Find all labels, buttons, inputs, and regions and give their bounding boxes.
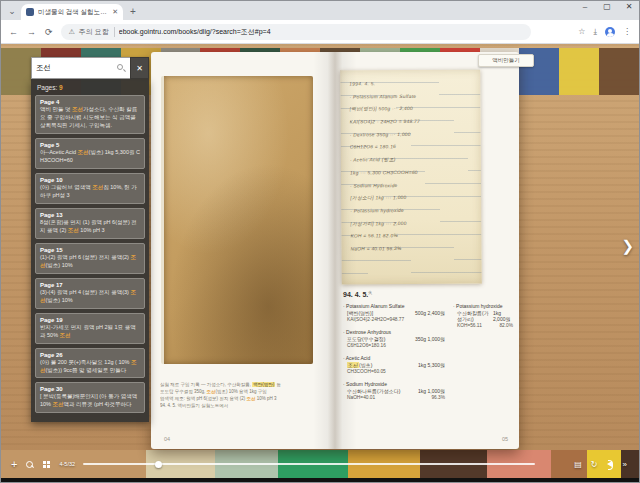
handwriting-line: KAl(SO4)2 · 24H2O = 948.77 [350,116,474,130]
result-snippet: 반지-가세포 면지 원액 pH 2월 1묘 용액과 50% 조선 [40,324,140,340]
chemical-name-en: · Potassium hydroxide [453,303,513,309]
search-result-item[interactable]: Page 4액비 만둘 덧 조선가성소다, 수산화 칼륨요 중 구입하시렵 시도… [35,95,145,134]
chemical-formula: KOH=56.1182.0% [453,323,513,328]
search-result-item[interactable]: Page 19반지-가세포 면지 원액 pH 2월 1묘 용액과 50% 조선 [35,313,145,344]
browser-tab[interactable]: 미생물의 검색 실험노트 시선 기록집 ✕ [21,4,123,20]
text-fragment: 조선 [53,401,64,407]
index-tab-label[interactable]: 액비만들기 [478,54,534,67]
result-page-label: Page 30 [40,386,140,392]
thumbnails-icon[interactable] [43,461,50,468]
entries-left-column: · Potassium Alanum Sulfate[백반(명반)]500g 2… [343,303,445,407]
page-slider[interactable] [83,463,535,465]
zoom-in-button[interactable]: + [11,458,17,470]
entry-date: 94. 4. 5.火 [343,290,513,298]
search-input[interactable] [31,57,130,79]
profile-avatar[interactable] [605,27,615,37]
security-chip[interactable]: 주의 요함 [79,27,115,37]
search-bar: ✕ [31,57,149,79]
text-fragment: 포도당 무수결정 350g, [160,389,207,394]
window-controls: – ▢ ✕ [579,2,635,11]
text-fragment: 조선 [72,106,83,112]
chemical-formula: KAl(SO4)2·24H2O=948.77 [343,317,445,322]
caption-line: 염색액 제조: 원액 pH 6(성분) 전지 용액 (2) 조선 10% pH … [160,396,312,403]
back-button[interactable]: ← [9,27,18,37]
browser-toolbar: ← → ⟳ ⚠ 주의 요함 ebook.gointru.com/books/dl… [1,20,639,44]
text-fragment: (빙초) 10% [46,297,73,303]
close-search-button[interactable]: ✕ [130,57,149,79]
handwriting-line: [가성가리] 1kg ··· 2,000 [350,217,474,231]
text-fragment: 10% pH 3 [79,227,105,233]
slider-handle[interactable] [155,461,162,468]
close-window-button[interactable]: ✕ [623,2,635,11]
chemical-formula: NaOH=40.0196.3% [343,395,445,400]
search-result-item[interactable]: Page 26(아) 물 200 못(+)족사달요 12g ( 10% 조선(빙… [35,348,145,379]
purity-value: 96.3% [431,395,445,400]
purity-value: 82.0% [499,323,513,328]
tab-strip: ⌄ 미생물의 검색 실험노트 시선 기록집 ✕ + – ▢ ✕ [1,1,639,20]
maximize-button[interactable]: ▢ [601,2,613,11]
caption-line: 포도당 무수결정 350g, 조선(빙초) 10% 용액 1kg 구입 [160,389,312,396]
menu-icon[interactable]: ⋮ [623,27,631,36]
text-fragment: (빙초)) 9cc쯤 맞 명세일로 만들다 [46,367,127,373]
search-result-item[interactable]: Page 17(3)-(4) 원액 pH 4 (성분) 전지 용액(3) 조선(… [35,278,145,309]
handwriting-lines: 1994. 4. 5.· Potassium Alanum Sulfate [백… [349,78,474,256]
forward-button[interactable]: → [27,27,36,37]
page-view-icon[interactable]: ▤ [574,460,582,469]
search-result-item[interactable]: Page 5아--Acetic Acid 조선(빙초) 1kg 5,300원 C… [35,138,145,169]
price-value: 500g 2,400원 [415,310,445,316]
url-text[interactable]: ebook.gointru.com/books/dlig/?search=조선#… [119,27,271,37]
book-spread[interactable]: 실험 재료 구입 기록 — 가성소다, 수산화칼륨, 백반(명반) 등포도당 무… [151,52,519,449]
downloads-icon[interactable]: ⤓ [593,27,597,37]
handwriting-line: C6H12O6 = 180.16 [350,141,474,155]
search-result-item[interactable]: Page 15(1)-(2) 원액 pH 6 (성분) 전지 용액(2) 조선(… [35,243,145,274]
result-snippet: (3)-(4) 원액 pH 4 (성분) 전지 용액(3) 조선(빙초) 10% [40,289,140,305]
bookmark-star-icon[interactable]: ☆ [578,27,585,36]
handwriting-line: NaOH = 40.01 96.3% [350,242,474,256]
text-fragment: 조선 [68,227,79,233]
text-fragment: 백반(명반) [252,382,275,387]
chemical-name-en: · Sodium Hydroxide [343,381,445,387]
sound-icon[interactable] [607,461,612,467]
zoom-search-icon[interactable] [26,461,33,468]
text-fragment: (빙초) 10% [46,262,73,268]
price-value: 1kg 1,000원 [418,388,445,394]
viewer-toolbar: + 4-5/32 ▤ ↻ » [1,452,639,476]
bottom-edge [1,478,639,483]
rotate-icon[interactable]: ↻ [591,460,598,469]
handwritten-note-image: 1994. 4. 5.· Potassium Alanum Sulfate [백… [340,70,481,285]
search-panel: ✕ Pages: 9 Page 4액비 만둘 덧 조선가성소다, 수산화 칼륨요… [31,57,149,422]
text-fragment: 염색액 제조: 원액 pH 6(성분) 전지 용액 (2) [160,396,247,401]
left-page-number: 04 [164,436,170,442]
search-result-item[interactable]: Page 30[ 분박(등록물)배문안지] (아 동가 염색액 10% 조선액과… [35,382,145,413]
price-value: 1kg 2,000원 [493,310,513,322]
search-result-item[interactable]: Page 10(아) 그람허브 염색액 조선집 10%, 헌 가하쿠 pH성 3 [35,173,145,204]
text-fragment: (아) 그람허브 염색액 [40,184,92,190]
page-indicator: 4-5/32 [59,461,75,467]
chemical-name-kr-price: 조선(빙초)1kg 5,300원 [343,362,445,368]
chemical-name-kr-price: 수산화나트륨(가성소다)1kg 1,000원 [343,388,445,394]
result-snippet: [ 분박(등록물)배문안지] (아 동가 염색액 10% 조선액과 리뮤겟 (p… [40,393,140,409]
result-snippet: 아--Acetic Acid 조선(빙초) 1kg 5,300원 CH3COOH… [40,149,140,165]
text-fragment: (빙초) 10% 용액 1kg 구입 [216,389,267,394]
text-fragment: 94. 4. 5. 액비만들기 실험노트에서 [160,403,228,408]
paint-stripe [559,48,599,95]
minimize-button[interactable]: – [579,2,591,11]
result-page-label: Page 4 [40,99,140,105]
new-tab-button[interactable]: + [130,6,136,17]
tab-search-icon[interactable]: ⌄ [5,4,19,18]
close-tab-icon[interactable]: ✕ [112,8,118,16]
search-result-item[interactable]: Page 138성(혼합)용 면지 (1) 원액 pH 6(성분) 전지 용액 … [35,208,145,239]
handwriting-line: [가성소다] 1kg ··· 1,000 [350,192,474,206]
handwriting-line: · Potassium Alanum Sulfate [349,90,473,104]
handwriting-line: KOH = 56.11 82.0% [350,230,474,244]
reload-button[interactable]: ⟳ [45,27,53,37]
address-bar[interactable]: ⚠ 주의 요함 ebook.gointru.com/books/dlig/?se… [61,24,531,40]
text-fragment: 조선 [78,149,89,155]
text-fragment: 조선 [92,184,103,190]
search-highlight: 조선 [347,362,359,368]
chemical-name-en: · Acetic Acid [343,355,445,361]
text-fragment: 반지-가세포 면지 원액 pH 2월 1묘 용액과 50% [40,324,136,338]
more-icon[interactable]: » [623,460,627,469]
text-fragment: 아--Acetic Acid [40,149,78,155]
next-page-arrow[interactable]: ❯ [621,237,634,255]
